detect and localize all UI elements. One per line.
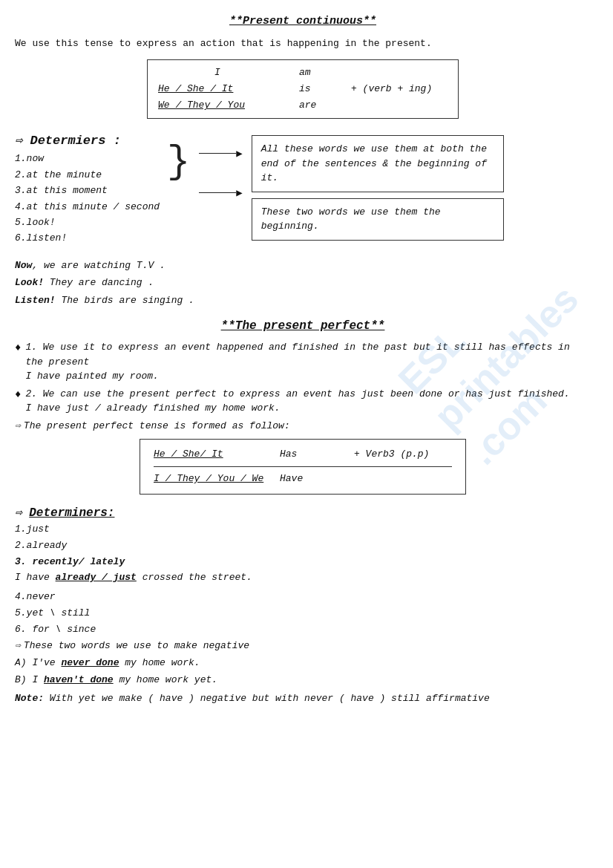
det2-3: 3. recently/ lately — [15, 554, 591, 570]
det2-5: 5.yet \ still — [15, 605, 591, 621]
arrows: ▶ ▶ — [199, 132, 242, 199]
det2-4: 4.never — [15, 589, 591, 605]
perfect-table: He / She/ It Has + Verb3 (p.p) I / They … — [140, 439, 466, 495]
det-item-2: 2.at the minute — [15, 167, 160, 183]
intro-text: We use this tense to express an action t… — [15, 38, 591, 49]
det2-example-b: B) I haven't done my home work yet. — [15, 673, 591, 688]
det2-list: 1.just 2.already 3. recently/ lately — [15, 521, 591, 570]
det2-6: 6. for \ since — [15, 621, 591, 638]
pp-point-2: ♦ 2. We can use the present perfect to e… — [15, 387, 591, 416]
info-box-2: These two words we use them the beginnin… — [252, 198, 504, 241]
det2-arrow-note: ⇨ These two words we use to make negativ… — [15, 639, 591, 653]
example-1: Now, we are watching T.V . — [15, 257, 591, 274]
det2-example-a: A) I've never done my home work. — [15, 656, 591, 671]
determiners2-section: ⇨ Determiners: 1.just 2.already 3. recen… — [15, 505, 591, 705]
example-2: Look! They are dancing . — [15, 274, 591, 291]
determiners2-header: ⇨ Determiners: — [15, 505, 591, 520]
page-title: **Present continuous** — [15, 15, 591, 27]
det2-2: 2.already — [15, 538, 591, 554]
present-perfect-title: **The present perfect** — [15, 319, 591, 333]
info-boxes: All these words we use them at both the … — [252, 132, 504, 241]
examples-section: Now, we are watching T.V . Look! They ar… — [15, 257, 591, 309]
det2-example1: I have already / just crossed the street… — [15, 570, 591, 586]
pp-point-2-example: I have just / already finished my home w… — [25, 401, 569, 416]
det-item-6: 6.listen! — [15, 230, 160, 246]
pp-point-1-example: I have painted my room. — [25, 369, 591, 384]
determiners-section: ⇨ Determiers : 1.now 2.at the minute 3.a… — [15, 132, 591, 247]
det-item-1: 1.now — [15, 151, 160, 166]
conjugation-table: I am He / She / It is + (verb + ing) We … — [147, 59, 459, 119]
det-item-4: 4.at this minute / second — [15, 199, 160, 215]
det2-note: Note: With yet we make ( have ) negative… — [15, 691, 591, 706]
pp-point-1-text: 1. We use it to express an event happene… — [25, 340, 591, 369]
example-3: Listen! The birds are singing . — [15, 292, 591, 309]
info-box-1: All these words we use them at both the … — [252, 135, 504, 192]
det-item-3: 3.at this moment — [15, 183, 160, 198]
det2-1: 1.just — [15, 521, 591, 538]
brace: } — [167, 132, 189, 180]
determiners-header: ⇨ Determiers : — [15, 132, 160, 148]
pp-point-2-text: 2. We can use the present perfect to exp… — [25, 387, 569, 402]
det2-list2: 4.never 5.yet \ still 6. for \ since — [15, 589, 591, 638]
pp-point-1: ♦ 1. We use it to express an event happe… — [15, 340, 591, 384]
pp-formed-text: ⇨ The present perfect tense is formed as… — [15, 419, 591, 434]
det-item-5: 5.look! — [15, 215, 160, 230]
